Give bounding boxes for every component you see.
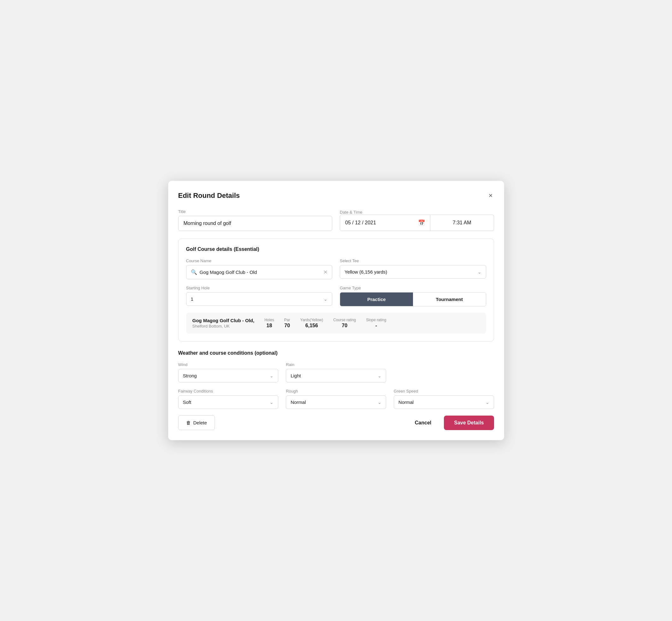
course-name-group: Course Name 🔍 Gog Magog Golf Club - Old … [186, 258, 333, 279]
chevron-down-icon: ⌄ [270, 373, 274, 378]
delete-label: Delete [194, 420, 207, 425]
close-button[interactable]: × [488, 191, 494, 200]
green-speed-label: Green Speed [394, 389, 494, 394]
game-type-toggle: Practice Tournament [340, 292, 486, 306]
datetime-field-group: Date & Time 05 / 12 / 2021 📅 7:31 AM [340, 210, 494, 231]
trash-icon: 🗑 [186, 420, 191, 425]
clear-icon[interactable]: ✕ [323, 269, 328, 275]
game-type-label: Game Type [340, 286, 486, 290]
wind-rain-row: Wind Strong ⌄ Rain Light ⌄ [178, 362, 494, 382]
select-tee-dropdown[interactable]: Yellow (6,156 yards) ⌄ [340, 265, 486, 279]
yards-label: Yards(Yellow) [300, 318, 323, 322]
rain-group: Rain Light ⌄ [286, 362, 386, 382]
modal-header: Edit Round Details × [178, 191, 494, 200]
course-info-bar: Gog Magog Golf Club - Old, Shelford Bott… [186, 313, 486, 334]
edit-round-modal: Edit Round Details × Title Date & Time 0… [168, 181, 504, 440]
course-stat-yards: Yards(Yellow) 6,156 [300, 318, 323, 329]
golf-section-title: Golf Course details (Essential) [186, 246, 486, 252]
course-name-search[interactable]: 🔍 Gog Magog Golf Club - Old ✕ [186, 265, 333, 279]
golf-course-section: Golf Course details (Essential) Course N… [178, 239, 494, 341]
holes-value: 18 [266, 323, 272, 329]
fairway-dropdown[interactable]: Soft ⌄ [178, 396, 279, 409]
fairway-group: Fairway Conditions Soft ⌄ [178, 389, 279, 409]
starting-hole-value: 1 [191, 296, 194, 302]
fairway-value: Soft [183, 400, 192, 405]
practice-button[interactable]: Practice [340, 292, 413, 306]
course-info-location: Shelford Bottom, UK [193, 324, 255, 329]
footer-right: Cancel Save Details [409, 416, 494, 430]
holes-label: Holes [264, 318, 274, 322]
course-tee-row: Course Name 🔍 Gog Magog Golf Club - Old … [186, 258, 486, 279]
cancel-button[interactable]: Cancel [409, 416, 437, 430]
datetime-label: Date & Time [340, 210, 494, 215]
date-input[interactable]: 05 / 12 / 2021 📅 [340, 215, 430, 231]
time-input[interactable]: 7:31 AM [430, 215, 494, 231]
date-value: 05 / 12 / 2021 [345, 220, 376, 225]
wind-group: Wind Strong ⌄ [178, 362, 279, 382]
time-value: 7:31 AM [453, 220, 471, 225]
course-stat-holes: Holes 18 [264, 318, 274, 329]
course-rating-label: Course rating [333, 318, 356, 322]
select-tee-group: Select Tee Yellow (6,156 yards) ⌄ [340, 258, 486, 279]
yards-value: 6,156 [305, 323, 318, 329]
rough-label: Rough [286, 389, 386, 394]
spacer [394, 362, 494, 382]
tournament-button[interactable]: Tournament [413, 292, 486, 306]
chevron-down-icon: ⌄ [478, 270, 481, 275]
title-input[interactable] [178, 216, 333, 231]
rain-value: Light [291, 373, 301, 378]
title-label: Title [178, 209, 333, 214]
chevron-down-icon: ⌄ [378, 373, 381, 378]
rough-dropdown[interactable]: Normal ⌄ [286, 396, 386, 409]
chevron-down-icon: ⌄ [270, 400, 274, 405]
course-name-value: Gog Magog Golf Club - Old [200, 270, 321, 275]
course-info-name-group: Gog Magog Golf Club - Old, Shelford Bott… [193, 318, 255, 329]
fairway-label: Fairway Conditions [178, 389, 279, 394]
rough-group: Rough Normal ⌄ [286, 389, 386, 409]
starting-hole-group: Starting Hole 1 ⌄ [186, 286, 333, 306]
calendar-icon: 📅 [418, 219, 425, 226]
course-rating-value: 70 [342, 323, 347, 329]
wind-label: Wind [178, 362, 279, 367]
delete-button[interactable]: 🗑 Delete [178, 415, 215, 430]
wind-dropdown[interactable]: Strong ⌄ [178, 369, 279, 382]
par-value: 70 [284, 323, 290, 329]
select-tee-value: Yellow (6,156 yards) [344, 269, 387, 275]
course-stat-par: Par 70 [284, 318, 290, 329]
weather-section-title: Weather and course conditions (optional) [178, 350, 494, 356]
modal-title: Edit Round Details [178, 192, 240, 200]
rough-value: Normal [291, 400, 306, 405]
green-speed-group: Green Speed Normal ⌄ [394, 389, 494, 409]
search-icon: 🔍 [191, 269, 197, 275]
hole-gametype-row: Starting Hole 1 ⌄ Game Type Practice Tou… [186, 286, 486, 306]
par-label: Par [284, 318, 290, 322]
chevron-down-icon: ⌄ [378, 400, 381, 405]
slope-rating-label: Slope rating [366, 318, 386, 322]
game-type-group: Game Type Practice Tournament [340, 286, 486, 306]
save-button[interactable]: Save Details [444, 416, 494, 430]
green-speed-dropdown[interactable]: Normal ⌄ [394, 396, 494, 409]
slope-rating-value: - [375, 323, 377, 329]
footer-row: 🗑 Delete Cancel Save Details [178, 415, 494, 430]
starting-hole-dropdown[interactable]: 1 ⌄ [186, 292, 333, 306]
wind-value: Strong [183, 373, 197, 378]
rain-label: Rain [286, 362, 386, 367]
rain-dropdown[interactable]: Light ⌄ [286, 369, 386, 382]
course-info-name: Gog Magog Golf Club - Old, [193, 318, 255, 323]
select-tee-label: Select Tee [340, 258, 486, 263]
starting-hole-label: Starting Hole [186, 286, 333, 290]
chevron-down-icon: ⌄ [486, 400, 489, 405]
conditions-row: Fairway Conditions Soft ⌄ Rough Normal ⌄… [178, 389, 494, 409]
weather-section: Weather and course conditions (optional)… [178, 350, 494, 409]
course-stat-slope: Slope rating - [366, 318, 386, 329]
title-field-group: Title [178, 209, 333, 231]
course-name-label: Course Name [186, 258, 333, 263]
chevron-down-icon: ⌄ [324, 297, 328, 302]
top-row: Title Date & Time 05 / 12 / 2021 📅 7:31 … [178, 209, 494, 231]
green-speed-value: Normal [398, 400, 414, 405]
course-stat-rating: Course rating 70 [333, 318, 356, 329]
